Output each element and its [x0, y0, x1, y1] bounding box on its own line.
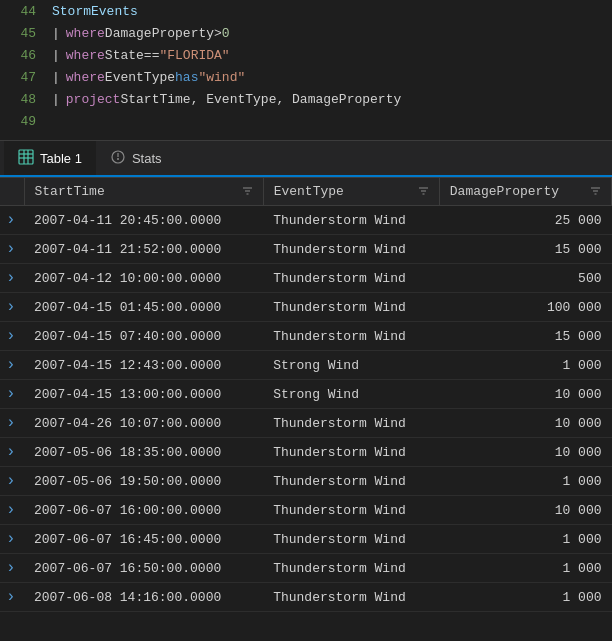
table-row[interactable]: ›2007-04-12 10:00:00.0000Thunderstorm Wi…: [0, 264, 612, 293]
column-label: StartTime: [35, 184, 105, 199]
row-expand[interactable]: ›: [0, 525, 24, 554]
cell-damageproperty: 15 000: [439, 235, 611, 264]
cell-eventtype: Thunderstorm Wind: [263, 322, 439, 351]
cell-damageproperty: 10 000: [439, 380, 611, 409]
cell-starttime: 2007-05-06 19:50:00.0000: [24, 467, 263, 496]
column-label: EventType: [274, 184, 344, 199]
line-content: | where EventType has "wind": [52, 70, 245, 85]
table-row[interactable]: ›2007-06-08 14:16:00.0000Thunderstorm Wi…: [0, 583, 612, 612]
cell-starttime: 2007-06-07 16:50:00.0000: [24, 554, 263, 583]
table-row[interactable]: ›2007-06-07 16:45:00.0000Thunderstorm Wi…: [0, 525, 612, 554]
table-header: StartTime EventType DamageProperty: [0, 178, 612, 206]
filter-icon[interactable]: [590, 185, 601, 199]
th-starttime[interactable]: StartTime: [24, 178, 263, 206]
cell-eventtype: Thunderstorm Wind: [263, 206, 439, 235]
table-row[interactable]: ›2007-04-15 12:43:00.0000Strong Wind1 00…: [0, 351, 612, 380]
line-content: | where DamageProperty > 0: [52, 26, 230, 41]
cell-starttime: 2007-06-07 16:00:00.0000: [24, 496, 263, 525]
cell-eventtype: Thunderstorm Wind: [263, 409, 439, 438]
column-label: DamageProperty: [450, 184, 559, 199]
token-pipe: |: [52, 48, 60, 63]
token-pipe: |: [52, 92, 60, 107]
token-operator: ==: [144, 48, 160, 63]
code-line: 47| where EventType has "wind": [0, 70, 612, 92]
cell-damageproperty: 1 000: [439, 554, 611, 583]
line-content: | where State == "FLORIDA": [52, 48, 230, 63]
cell-starttime: 2007-04-15 12:43:00.0000: [24, 351, 263, 380]
row-expand[interactable]: ›: [0, 351, 24, 380]
token-keyword: where: [66, 48, 105, 63]
cell-eventtype: Thunderstorm Wind: [263, 438, 439, 467]
cell-damageproperty: 15 000: [439, 322, 611, 351]
cell-damageproperty: 100 000: [439, 293, 611, 322]
cell-eventtype: Thunderstorm Wind: [263, 525, 439, 554]
table-row[interactable]: ›2007-04-11 20:45:00.0000Thunderstorm Wi…: [0, 206, 612, 235]
tab-table1[interactable]: Table 1: [4, 141, 96, 177]
cell-starttime: 2007-04-26 10:07:00.0000: [24, 409, 263, 438]
code-line: 49: [0, 114, 612, 136]
filter-icon[interactable]: [418, 185, 429, 199]
th-damageproperty[interactable]: DamageProperty: [439, 178, 611, 206]
token-identifier: StormEvents: [52, 4, 138, 19]
token-string: "FLORIDA": [159, 48, 229, 63]
token-string: "wind": [198, 70, 245, 85]
cell-eventtype: Thunderstorm Wind: [263, 554, 439, 583]
line-number: 47: [8, 70, 36, 85]
token-keyword: where: [66, 26, 105, 41]
row-expand[interactable]: ›: [0, 322, 24, 351]
table-row[interactable]: ›2007-04-15 01:45:00.0000Thunderstorm Wi…: [0, 293, 612, 322]
row-expand[interactable]: ›: [0, 293, 24, 322]
line-number: 48: [8, 92, 36, 107]
token-has: has: [175, 70, 198, 85]
cell-starttime: 2007-04-11 21:52:00.0000: [24, 235, 263, 264]
cell-starttime: 2007-04-15 07:40:00.0000: [24, 322, 263, 351]
row-expand[interactable]: ›: [0, 264, 24, 293]
table-row[interactable]: ›2007-04-15 07:40:00.0000Thunderstorm Wi…: [0, 322, 612, 351]
token-plain: DamageProperty: [105, 26, 214, 41]
table-icon: [18, 149, 34, 168]
line-content: | project StartTime, EventType, DamagePr…: [52, 92, 401, 107]
results-table: StartTime EventType DamageProperty ›2007…: [0, 177, 612, 612]
cell-starttime: 2007-04-15 13:00:00.0000: [24, 380, 263, 409]
row-expand[interactable]: ›: [0, 583, 24, 612]
row-expand[interactable]: ›: [0, 380, 24, 409]
row-expand[interactable]: ›: [0, 496, 24, 525]
cell-eventtype: Thunderstorm Wind: [263, 583, 439, 612]
row-expand[interactable]: ›: [0, 467, 24, 496]
table-container[interactable]: StartTime EventType DamageProperty ›2007…: [0, 177, 612, 612]
table-row[interactable]: ›2007-06-07 16:50:00.0000Thunderstorm Wi…: [0, 554, 612, 583]
tab-bar: Table 1 Stats: [0, 141, 612, 177]
cell-starttime: 2007-04-12 10:00:00.0000: [24, 264, 263, 293]
code-line: 45| where DamageProperty > 0: [0, 26, 612, 48]
cell-damageproperty: 25 000: [439, 206, 611, 235]
cell-starttime: 2007-05-06 18:35:00.0000: [24, 438, 263, 467]
cell-damageproperty: 500: [439, 264, 611, 293]
th-expand: [0, 178, 24, 206]
cell-eventtype: Thunderstorm Wind: [263, 467, 439, 496]
row-expand[interactable]: ›: [0, 438, 24, 467]
cell-starttime: 2007-04-15 01:45:00.0000: [24, 293, 263, 322]
row-expand[interactable]: ›: [0, 554, 24, 583]
row-expand[interactable]: ›: [0, 206, 24, 235]
stats-icon: [110, 149, 126, 168]
table-row[interactable]: ›2007-06-07 16:00:00.0000Thunderstorm Wi…: [0, 496, 612, 525]
token-plain: State: [105, 48, 144, 63]
header-row: StartTime EventType DamageProperty: [0, 178, 612, 206]
cell-eventtype: Thunderstorm Wind: [263, 264, 439, 293]
token-number: 0: [222, 26, 230, 41]
table-row[interactable]: ›2007-04-11 21:52:00.0000Thunderstorm Wi…: [0, 235, 612, 264]
cell-damageproperty: 1 000: [439, 525, 611, 554]
filter-icon[interactable]: [242, 185, 253, 199]
line-number: 45: [8, 26, 36, 41]
table-row[interactable]: ›2007-04-26 10:07:00.0000Thunderstorm Wi…: [0, 409, 612, 438]
cell-damageproperty: 1 000: [439, 467, 611, 496]
th-eventtype[interactable]: EventType: [263, 178, 439, 206]
tab-stats[interactable]: Stats: [96, 140, 176, 176]
table-row[interactable]: ›2007-05-06 18:35:00.0000Thunderstorm Wi…: [0, 438, 612, 467]
row-expand[interactable]: ›: [0, 409, 24, 438]
row-expand[interactable]: ›: [0, 235, 24, 264]
code-line: 48| project StartTime, EventType, Damage…: [0, 92, 612, 114]
table-row[interactable]: ›2007-04-15 13:00:00.0000Strong Wind10 0…: [0, 380, 612, 409]
table-row[interactable]: ›2007-05-06 19:50:00.0000Thunderstorm Wi…: [0, 467, 612, 496]
token-operator: >: [214, 26, 222, 41]
